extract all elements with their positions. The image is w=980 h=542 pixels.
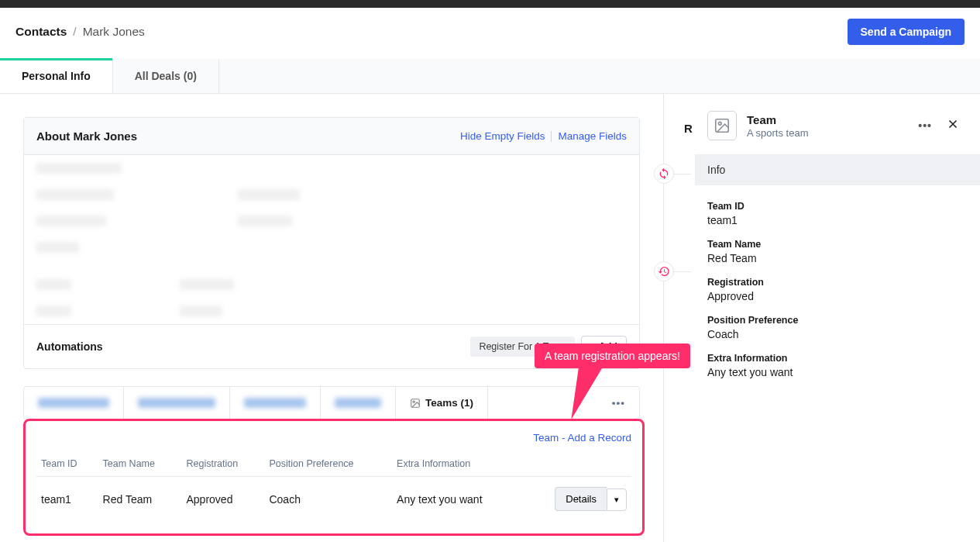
sub-tabs: Teams (1) ••• xyxy=(23,386,640,419)
sub-tab-teams[interactable]: Teams (1) xyxy=(396,387,488,419)
refresh-icon xyxy=(658,167,670,180)
field-value: Approved xyxy=(707,290,968,302)
panel-header: Team A sports team ••• xyxy=(695,111,980,140)
about-card-header: About Mark Jones Hide Empty Fields Manag… xyxy=(24,118,639,155)
field-team-id: Team ID team1 xyxy=(707,201,968,226)
timeline-line xyxy=(663,94,664,542)
about-actions: Hide Empty Fields Manage Fields xyxy=(460,130,627,142)
field-label: Position Preference xyxy=(707,315,968,326)
field-label: Registration xyxy=(707,277,968,288)
history-icon xyxy=(658,265,670,278)
redacted-field xyxy=(36,216,106,226)
add-record-row: Team - Add a Record xyxy=(36,432,631,444)
sub-tab-redacted-1[interactable] xyxy=(24,387,124,419)
field-label: Team ID xyxy=(707,201,968,212)
more-icon: ••• xyxy=(612,397,625,409)
cell-team-id: team1 xyxy=(36,477,98,522)
main-tabs: Personal Info All Deals (0) xyxy=(0,59,980,94)
redacted-field xyxy=(180,306,222,316)
page-header: Contacts / Mark Jones Send a Campaign xyxy=(0,8,980,59)
sub-tab-redacted-4[interactable] xyxy=(321,387,396,419)
panel-title: Team xyxy=(747,113,912,126)
col-team-id: Team ID xyxy=(36,451,98,477)
field-value: Coach xyxy=(707,328,968,340)
tab-all-deals[interactable]: All Deals (0) xyxy=(113,59,219,93)
sub-tab-more[interactable]: ••• xyxy=(598,387,639,419)
col-actions xyxy=(521,451,631,477)
field-label: Extra Information xyxy=(707,353,968,364)
table-row: team1 Red Team Approved Coach Any text y… xyxy=(36,477,631,522)
cell-position-preference: Coach xyxy=(264,477,392,522)
svg-point-3 xyxy=(718,122,721,125)
col-registration: Registration xyxy=(181,451,264,477)
chevron-down-icon: ▾ xyxy=(614,495,619,504)
timeline-column xyxy=(664,94,695,542)
sub-tab-teams-label: Teams (1) xyxy=(425,397,473,409)
details-caret-button[interactable]: ▾ xyxy=(607,488,627,511)
field-position-preference: Position Preference Coach xyxy=(707,315,968,340)
field-value: team1 xyxy=(707,214,968,226)
panel-close-button[interactable] xyxy=(946,116,960,136)
sub-tab-redacted-2[interactable] xyxy=(124,387,230,419)
breadcrumb-leaf: Mark Jones xyxy=(83,25,145,39)
panel-info-tab[interactable]: Info xyxy=(695,154,980,185)
field-team-name: Team Name Red Team xyxy=(707,239,968,264)
redacted-field xyxy=(36,306,71,316)
manage-fields-link[interactable]: Manage Fields xyxy=(558,130,627,142)
tab-personal-info[interactable]: Personal Info xyxy=(0,59,113,93)
field-value: Red Team xyxy=(707,252,968,264)
breadcrumb: Contacts / Mark Jones xyxy=(15,25,145,39)
image-icon xyxy=(714,117,731,134)
divider xyxy=(551,131,552,142)
panel-titles: Team A sports team xyxy=(747,113,912,139)
redacted-field xyxy=(238,216,292,226)
redacted-field xyxy=(238,189,300,200)
cell-actions: Details▾ xyxy=(521,477,631,522)
about-card: About Mark Jones Hide Empty Fields Manag… xyxy=(23,117,640,369)
cell-extra-info: Any text you want xyxy=(392,477,521,522)
table-header-row: Team ID Team Name Registration Position … xyxy=(36,451,631,477)
redacted-field xyxy=(36,163,122,174)
field-registration: Registration Approved xyxy=(707,277,968,302)
team-add-record-link[interactable]: Team - Add a Record xyxy=(533,432,631,444)
annotation-callout: A team registration appears! xyxy=(535,343,690,368)
close-icon xyxy=(946,117,960,131)
timeline-node-2[interactable] xyxy=(654,261,674,281)
body: About Mark Jones Hide Empty Fields Manag… xyxy=(0,94,980,542)
about-card-body xyxy=(24,155,639,324)
automations-heading: Automations xyxy=(36,340,103,353)
teams-table-card: A team registration appears! Team - Add … xyxy=(23,419,645,536)
cell-registration: Approved xyxy=(181,477,264,522)
field-value: Any text you want xyxy=(707,366,968,378)
redacted-field xyxy=(36,189,114,200)
teams-table: Team ID Team Name Registration Position … xyxy=(36,451,631,521)
breadcrumb-root[interactable]: Contacts xyxy=(15,25,67,39)
right-column: R Team A sports team ••• Info Team ID te xyxy=(695,94,980,542)
panel-subtitle: A sports team xyxy=(747,127,912,139)
col-extra-information: Extra Information xyxy=(392,451,521,477)
timeline-node-1[interactable] xyxy=(654,164,674,184)
svg-point-1 xyxy=(413,401,414,402)
col-position-preference: Position Preference xyxy=(264,451,392,477)
redacted-field xyxy=(180,279,234,290)
panel-more-button[interactable]: ••• xyxy=(912,119,938,132)
details-button[interactable]: Details xyxy=(555,487,607,511)
send-campaign-button[interactable]: Send a Campaign xyxy=(848,19,965,45)
panel-icon-box xyxy=(707,111,737,140)
breadcrumb-separator: / xyxy=(73,25,76,39)
field-label: Team Name xyxy=(707,239,968,250)
redacted-field xyxy=(36,242,79,253)
detail-panel: R Team A sports team ••• Info Team ID te xyxy=(695,94,980,406)
main-column: About Mark Jones Hide Empty Fields Manag… xyxy=(0,94,664,542)
timeline-connector xyxy=(674,174,691,174)
hide-empty-fields-link[interactable]: Hide Empty Fields xyxy=(460,130,545,142)
cutoff-label: R xyxy=(684,122,693,135)
sub-tab-redacted-3[interactable] xyxy=(230,387,321,419)
cell-team-name: Red Team xyxy=(98,477,182,522)
panel-body: Team ID team1 Team Name Red Team Registr… xyxy=(695,185,980,406)
image-icon xyxy=(410,398,421,409)
field-extra-information: Extra Information Any text you want xyxy=(707,353,968,378)
top-bar xyxy=(0,0,980,8)
redacted-field xyxy=(36,279,71,290)
col-team-name: Team Name xyxy=(98,451,182,477)
